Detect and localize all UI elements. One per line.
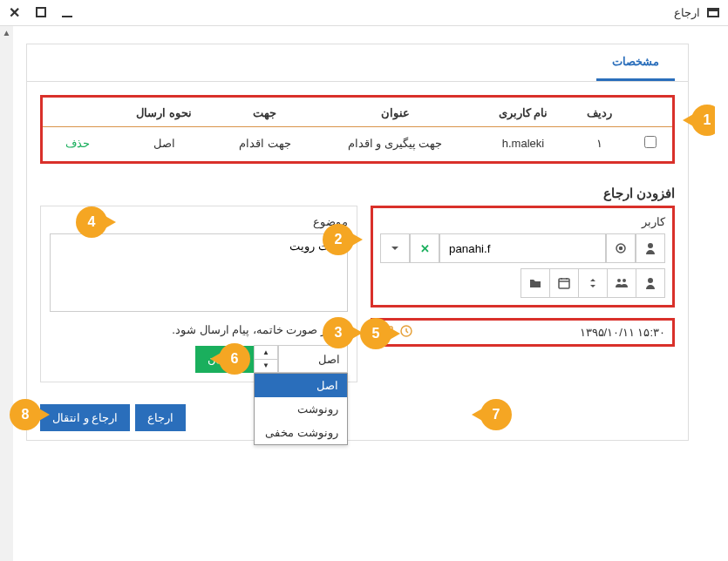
dropdown-item-original[interactable]: اصل xyxy=(255,374,347,397)
dropdown-item-copy[interactable]: رونوشت xyxy=(255,397,347,421)
cell-row: ۱ xyxy=(570,127,629,160)
sendtype-row: اصل ▲ ▼ افزودن 6 اصل رونوشت رونو xyxy=(50,345,348,373)
refer-transfer-button[interactable]: ارجاع و انتقال xyxy=(40,404,130,431)
subject-textarea[interactable] xyxy=(50,233,348,312)
callout-4: 4 xyxy=(76,206,107,238)
callout-1: 1 xyxy=(691,105,715,136)
target-icon[interactable] xyxy=(606,233,636,263)
window-controls: ✕ xyxy=(9,6,72,20)
cell-title: جهت پیگیری و اقدام xyxy=(314,127,476,160)
user-icon[interactable] xyxy=(636,233,665,263)
callout-2: 2 xyxy=(323,224,354,255)
datetime-text: ۱۳۹۵/۱۰/۱۱ ۱۵:۳۰ xyxy=(580,326,665,339)
datetime-box: 3 ۱۳۹۵/۱۰/۱۱ ۱۵:۳۰ xyxy=(371,318,675,347)
svg-point-1 xyxy=(620,247,623,250)
section-title: افزودن ارجاع xyxy=(27,177,688,206)
subject-label: موضوع 4 xyxy=(50,215,348,228)
group-icon[interactable] xyxy=(607,268,636,298)
sendtype-dropdown: اصل رونوشت رونوشت مخفی xyxy=(254,373,348,445)
th-action xyxy=(43,99,112,127)
clock-icon[interactable] xyxy=(399,324,413,341)
single-user-icon[interactable] xyxy=(636,268,665,298)
user-input-row: ✕ xyxy=(380,233,665,263)
window-title: ارجاع xyxy=(674,6,700,19)
left-column: موضوع 4 در صورت خاتمه، پیام ارسال شود. 5… xyxy=(40,206,357,382)
clear-user-button[interactable]: ✕ xyxy=(410,233,439,263)
th-sendtype: نحوه ارسال xyxy=(112,99,216,127)
row-checkbox[interactable] xyxy=(644,136,657,148)
recipients-table-wrap: 1 ردیف نام کاربری عنوان جهت نحوه ارسال xyxy=(40,95,675,164)
callout-7: 7 xyxy=(480,399,512,430)
th-row: ردیف xyxy=(570,99,629,127)
cell-sendtype: اصل xyxy=(112,127,216,160)
folder-icon[interactable] xyxy=(520,268,550,298)
window-icon xyxy=(707,8,719,17)
maximize-button[interactable] xyxy=(36,6,46,20)
th-title: عنوان xyxy=(314,99,476,127)
stepper-down[interactable]: ▼ xyxy=(255,360,277,373)
th-username: نام کاربری xyxy=(476,99,570,127)
svg-rect-2 xyxy=(559,279,569,288)
delete-link[interactable]: حذف xyxy=(65,137,90,150)
action-bar: ارجاع ارجاع و انتقال 7 8 ↖ xyxy=(27,395,688,440)
table-row: ۱ h.maleki جهت پیگیری و اقدام جهت اقدام … xyxy=(43,127,672,160)
th-checkbox xyxy=(629,99,672,127)
refer-button[interactable]: ارجاع xyxy=(135,404,186,431)
stepper-up[interactable]: ▲ xyxy=(255,346,277,360)
cell-username: h.maleki xyxy=(476,127,570,160)
user-toolbar xyxy=(380,268,665,298)
terminate-label: در صورت خاتمه، پیام ارسال شود. xyxy=(172,323,331,336)
sendtype-stepper[interactable]: ▲ ▼ xyxy=(254,345,278,373)
callout-5: 5 xyxy=(360,318,391,349)
th-direction: جهت xyxy=(216,99,315,127)
user-label: کاربر xyxy=(380,215,665,228)
main-card: مشخصات 1 ردیف نام کاربری عنوان جهت xyxy=(26,44,689,441)
dropdown-item-hidden[interactable]: رونوشت مخفی xyxy=(255,421,347,444)
callout-6: 6 xyxy=(219,343,250,375)
sendtype-select[interactable]: اصل xyxy=(278,345,348,373)
user-input[interactable] xyxy=(439,233,606,263)
user-box: 2 کاربر ✕ xyxy=(371,206,675,308)
minimize-button[interactable] xyxy=(62,6,72,20)
callout-8: 8 xyxy=(10,399,41,430)
window: ارجاع ✕ ▲ مشخصات 1 xyxy=(0,0,728,561)
close-button[interactable]: ✕ xyxy=(9,6,20,20)
tabs: مشخصات xyxy=(27,44,688,82)
titlebar: ارجاع ✕ xyxy=(0,0,728,26)
cell-direction: جهت اقدام xyxy=(216,127,315,160)
right-column: 2 کاربر ✕ xyxy=(371,206,675,382)
terminate-checkbox-row: در صورت خاتمه، پیام ارسال شود. 5 xyxy=(50,323,348,336)
calendar-icon[interactable] xyxy=(549,268,579,298)
form-area: 2 کاربر ✕ xyxy=(27,206,688,395)
user-dropdown-button[interactable] xyxy=(380,233,410,263)
tab-properties[interactable]: مشخصات xyxy=(596,44,675,81)
content-area: مشخصات 1 ردیف نام کاربری عنوان جهت xyxy=(0,26,715,561)
sort-icon[interactable] xyxy=(578,268,608,298)
callout-3: 3 xyxy=(323,317,354,348)
recipients-table: ردیف نام کاربری عنوان جهت نحوه ارسال xyxy=(43,99,672,159)
